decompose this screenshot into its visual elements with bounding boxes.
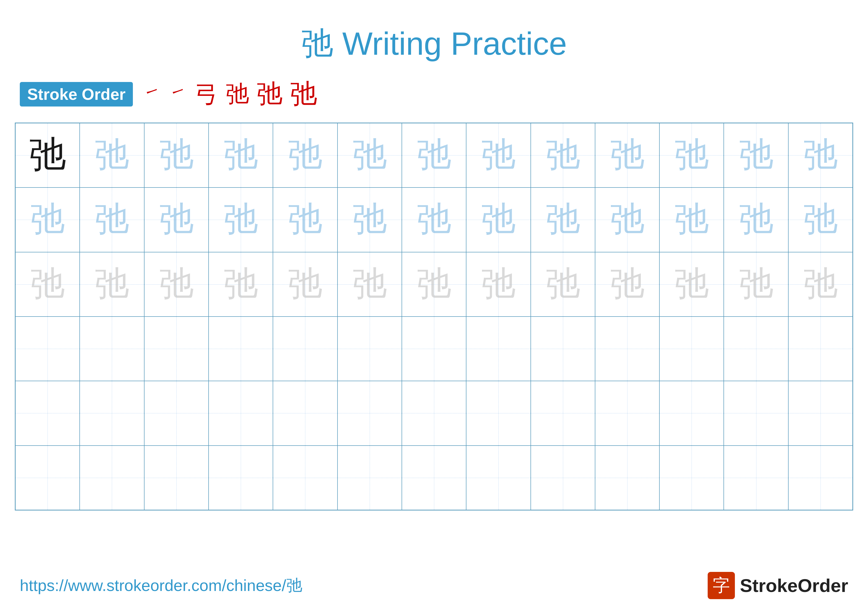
grid-cell[interactable] (724, 446, 788, 510)
grid-cell[interactable] (466, 446, 530, 510)
stroke-order-badge: Stroke Order (20, 82, 133, 107)
grid-cell[interactable]: 弛 (402, 123, 466, 188)
grid-cell[interactable]: 弛 (466, 188, 530, 252)
grid-cell[interactable] (273, 317, 337, 381)
grid-cell[interactable]: 弛 (402, 252, 466, 317)
grid-cell[interactable]: 弛 (80, 123, 144, 188)
grid-cell[interactable]: 弛 (595, 123, 659, 188)
stroke-steps: ㇀ ㇀ 弓 弛 弛 弛 (143, 76, 317, 113)
grid-cell[interactable] (209, 317, 273, 381)
grid-cell[interactable] (531, 446, 595, 510)
grid-cell[interactable] (724, 317, 788, 381)
grid-cell[interactable] (788, 446, 852, 510)
brand-icon: 字 (708, 572, 735, 599)
stroke-step-4: 弛 (226, 79, 249, 110)
footer-brand: 字 StrokeOrder (708, 572, 848, 599)
grid-cell[interactable]: 弛 (788, 123, 852, 188)
grid-cell[interactable] (144, 381, 209, 445)
grid-cell[interactable]: 弛 (659, 123, 724, 188)
grid-cell[interactable]: 弛 (144, 123, 209, 188)
grid-cell[interactable]: 弛 (273, 123, 337, 188)
stroke-step-6: 弛 (290, 76, 317, 113)
grid-cell[interactable]: 弛 (16, 252, 80, 317)
grid-cell[interactable]: 弛 (402, 188, 466, 252)
grid-cell[interactable]: 弛 (338, 252, 402, 317)
grid-cell[interactable] (659, 446, 724, 510)
grid-cell[interactable]: 弛 (80, 188, 144, 252)
grid-cell[interactable] (209, 381, 273, 445)
grid-cell[interactable]: 弛 (595, 252, 659, 317)
grid-cell[interactable]: 弛 (16, 123, 80, 188)
footer: https://www.strokeorder.com/chinese/弛 字 … (0, 572, 868, 599)
grid-cell[interactable]: 弛 (209, 188, 273, 252)
grid-cell[interactable]: 弛 (466, 123, 530, 188)
grid-cell[interactable] (595, 317, 659, 381)
grid-cell[interactable]: 弛 (338, 123, 402, 188)
grid-cell[interactable] (788, 381, 852, 445)
grid-cell[interactable]: 弛 (724, 252, 788, 317)
grid-cell[interactable]: 弛 (273, 188, 337, 252)
grid-cell[interactable]: 弛 (531, 188, 595, 252)
grid-cell[interactable] (338, 317, 402, 381)
grid-cell[interactable] (209, 446, 273, 510)
grid-cell[interactable] (531, 381, 595, 445)
grid-cell[interactable] (80, 317, 144, 381)
grid-cell[interactable]: 弛 (273, 252, 337, 317)
grid-cell[interactable]: 弛 (724, 123, 788, 188)
grid-cell[interactable] (402, 381, 466, 445)
grid-cell[interactable] (659, 381, 724, 445)
grid-cell[interactable] (338, 446, 402, 510)
grid-cell[interactable] (16, 381, 80, 445)
grid-cell[interactable] (531, 317, 595, 381)
grid-cell[interactable] (144, 317, 209, 381)
page-title: 弛 Writing Practice (0, 0, 868, 76)
footer-url: https://www.strokeorder.com/chinese/弛 (20, 575, 302, 597)
grid-cell[interactable] (466, 317, 530, 381)
grid-cell[interactable]: 弛 (724, 188, 788, 252)
grid-cell[interactable]: 弛 (531, 123, 595, 188)
stroke-order-section: Stroke Order ㇀ ㇀ 弓 弛 弛 弛 (0, 76, 868, 113)
grid-cell[interactable]: 弛 (531, 252, 595, 317)
grid-cell[interactable]: 弛 (659, 252, 724, 317)
grid-cell[interactable]: 弛 (338, 188, 402, 252)
grid-cell[interactable] (595, 446, 659, 510)
grid-cell[interactable]: 弛 (595, 188, 659, 252)
grid-cell[interactable]: 弛 (788, 188, 852, 252)
grid-cell[interactable] (338, 381, 402, 445)
grid-cell[interactable] (144, 446, 209, 510)
practice-grid: 弛弛弛弛弛弛弛弛弛弛弛弛弛弛弛弛弛弛弛弛弛弛弛弛弛弛弛弛弛弛弛弛弛弛弛弛弛弛弛 (15, 123, 853, 510)
grid-cell[interactable]: 弛 (659, 188, 724, 252)
grid-cell[interactable]: 弛 (209, 123, 273, 188)
grid-cell[interactable] (80, 381, 144, 445)
grid-cell[interactable]: 弛 (788, 252, 852, 317)
grid-cell[interactable] (273, 381, 337, 445)
grid-cell[interactable]: 弛 (466, 252, 530, 317)
grid-cell[interactable] (16, 317, 80, 381)
stroke-step-1: ㇀ (143, 82, 161, 107)
stroke-step-3: 弓 (195, 79, 218, 110)
brand-name: StrokeOrder (740, 575, 848, 596)
grid-cell[interactable]: 弛 (80, 252, 144, 317)
grid-cell[interactable]: 弛 (209, 252, 273, 317)
stroke-step-2: ㇀ (169, 82, 187, 107)
grid-cell[interactable] (724, 381, 788, 445)
grid-cell[interactable] (466, 381, 530, 445)
grid-cell[interactable]: 弛 (144, 188, 209, 252)
grid-cell[interactable] (273, 446, 337, 510)
grid-cell[interactable] (16, 446, 80, 510)
grid-cell[interactable] (402, 317, 466, 381)
stroke-step-5: 弛 (257, 77, 282, 112)
grid-cell[interactable] (659, 317, 724, 381)
grid-cell[interactable]: 弛 (144, 252, 209, 317)
grid-cell[interactable] (402, 446, 466, 510)
grid-cell[interactable]: 弛 (16, 188, 80, 252)
grid-cell[interactable] (80, 446, 144, 510)
grid-cell[interactable] (788, 317, 852, 381)
grid-cell[interactable] (595, 381, 659, 445)
